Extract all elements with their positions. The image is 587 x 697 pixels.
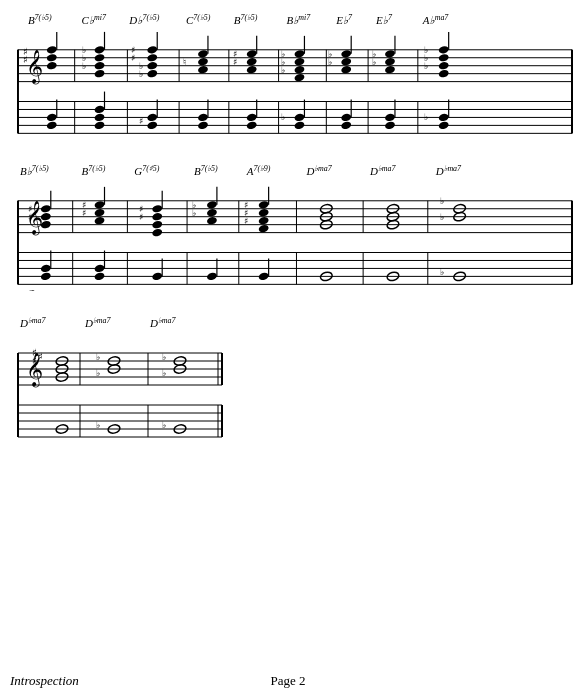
svg-text:G7(♯5): G7(♯5) bbox=[134, 164, 159, 178]
svg-text:♯: ♯ bbox=[32, 355, 37, 366]
svg-point-113 bbox=[384, 57, 395, 66]
svg-point-202 bbox=[206, 208, 217, 217]
svg-point-211 bbox=[258, 200, 269, 209]
svg-text:♭: ♭ bbox=[281, 112, 285, 122]
svg-text:D♭ma7: D♭ma7 bbox=[84, 315, 112, 329]
svg-point-218 bbox=[258, 272, 269, 281]
svg-text:♯: ♯ bbox=[23, 54, 28, 65]
svg-point-52 bbox=[94, 45, 105, 54]
svg-point-83 bbox=[246, 57, 257, 66]
svg-text:♯: ♯ bbox=[244, 216, 248, 226]
svg-point-64 bbox=[147, 45, 158, 54]
svg-text:♭: ♭ bbox=[162, 420, 166, 430]
svg-point-123 bbox=[438, 53, 449, 62]
svg-point-93 bbox=[294, 49, 305, 58]
svg-text:A♭ma7: A♭ma7 bbox=[422, 12, 450, 25]
svg-point-81 bbox=[197, 121, 208, 130]
svg-text:B7(♭5): B7(♭5) bbox=[82, 164, 106, 178]
svg-point-77 bbox=[197, 65, 208, 74]
svg-text:𝄞: 𝄞 bbox=[26, 49, 43, 85]
svg-text:♭: ♭ bbox=[440, 212, 444, 222]
svg-text:D♭ma7: D♭ma7 bbox=[149, 315, 177, 329]
svg-point-199 bbox=[152, 228, 163, 237]
page: B7(♭5) C♭mi7 D♭7(♭5) C7(♭5) B7(♭5) B♭mi7… bbox=[0, 0, 587, 697]
svg-point-58 bbox=[94, 113, 105, 122]
svg-point-104 bbox=[341, 57, 352, 66]
svg-point-119 bbox=[384, 113, 395, 122]
music-area: B7(♭5) C♭mi7 D♭7(♭5) C7(♭5) B7(♭5) B♭mi7… bbox=[10, 10, 577, 465]
svg-point-182 bbox=[40, 272, 51, 281]
svg-text:♯: ♯ bbox=[139, 116, 143, 126]
svg-text:B7(♭5): B7(♭5) bbox=[28, 12, 52, 25]
svg-text:♭: ♭ bbox=[162, 368, 166, 378]
svg-point-50 bbox=[94, 61, 105, 70]
svg-point-62 bbox=[147, 61, 158, 70]
svg-point-194 bbox=[152, 204, 163, 213]
svg-point-60 bbox=[94, 105, 105, 114]
svg-point-65 bbox=[147, 69, 158, 78]
svg-point-186 bbox=[94, 216, 105, 225]
svg-text:♭: ♭ bbox=[162, 352, 166, 362]
svg-point-75 bbox=[197, 57, 208, 66]
svg-point-115 bbox=[384, 65, 395, 74]
svg-point-63 bbox=[147, 53, 158, 62]
svg-point-106 bbox=[341, 65, 352, 74]
svg-point-191 bbox=[94, 272, 105, 281]
svg-point-92 bbox=[294, 57, 305, 66]
svg-text:𝄢: 𝄢 bbox=[26, 137, 40, 139]
svg-text:A7(♭9): A7(♭9) bbox=[246, 164, 271, 178]
staff-system-1: B7(♭5) C♭mi7 D♭7(♭5) C7(♭5) B7(♭5) B♭mi7… bbox=[10, 10, 577, 143]
svg-text:E♭7: E♭7 bbox=[335, 12, 353, 25]
svg-point-71 bbox=[147, 113, 158, 122]
svg-point-200 bbox=[152, 272, 163, 281]
svg-point-212 bbox=[258, 216, 269, 225]
svg-point-120 bbox=[384, 121, 395, 130]
svg-text:♭: ♭ bbox=[424, 112, 428, 122]
svg-point-131 bbox=[438, 121, 449, 130]
svg-text:C♭mi7: C♭mi7 bbox=[82, 12, 107, 25]
svg-text:D♭ma7: D♭ma7 bbox=[305, 164, 332, 178]
svg-text:♯: ♯ bbox=[233, 57, 237, 67]
svg-text:♭: ♭ bbox=[328, 57, 332, 67]
svg-point-114 bbox=[384, 49, 395, 58]
svg-text:♭: ♭ bbox=[96, 368, 100, 378]
svg-text:♯: ♯ bbox=[139, 212, 143, 222]
staff-system-3: D♭ma7 D♭ma7 D♭ma7 bbox=[10, 313, 577, 447]
svg-text:♭: ♭ bbox=[82, 61, 86, 71]
svg-text:D♭ma7: D♭ma7 bbox=[435, 164, 462, 178]
svg-text:♭: ♭ bbox=[96, 352, 100, 362]
svg-point-85 bbox=[246, 65, 257, 74]
svg-text:♭: ♭ bbox=[139, 69, 143, 79]
svg-point-195 bbox=[152, 220, 163, 229]
svg-point-185 bbox=[94, 200, 105, 209]
svg-point-208 bbox=[206, 272, 217, 281]
svg-text:♯: ♯ bbox=[28, 212, 32, 222]
svg-text:B7(♭5): B7(♭5) bbox=[234, 12, 258, 25]
svg-point-100 bbox=[294, 113, 305, 122]
svg-point-193 bbox=[152, 212, 163, 221]
svg-point-210 bbox=[258, 208, 269, 217]
svg-text:D♭ma7: D♭ma7 bbox=[369, 164, 396, 178]
svg-point-94 bbox=[294, 65, 305, 74]
footer-title: Introspection bbox=[10, 673, 79, 689]
svg-point-43 bbox=[46, 45, 57, 54]
svg-point-89 bbox=[246, 113, 257, 122]
svg-point-122 bbox=[438, 61, 449, 70]
svg-point-101 bbox=[294, 121, 305, 130]
svg-text:♭: ♭ bbox=[372, 57, 376, 67]
svg-point-76 bbox=[197, 49, 208, 58]
svg-point-204 bbox=[206, 216, 217, 225]
svg-point-42 bbox=[46, 53, 57, 62]
svg-point-51 bbox=[94, 53, 105, 62]
svg-point-84 bbox=[246, 49, 257, 58]
svg-text:♭: ♭ bbox=[96, 420, 100, 430]
svg-text:C7(♭5): C7(♭5) bbox=[186, 12, 211, 25]
svg-text:E♭7: E♭7 bbox=[375, 12, 393, 25]
svg-point-90 bbox=[246, 121, 257, 130]
svg-point-110 bbox=[341, 113, 352, 122]
svg-text:♭: ♭ bbox=[440, 196, 444, 206]
svg-point-47 bbox=[46, 113, 57, 122]
svg-text:♭: ♭ bbox=[192, 208, 196, 218]
svg-text:♭: ♭ bbox=[281, 65, 285, 75]
svg-point-124 bbox=[438, 45, 449, 54]
